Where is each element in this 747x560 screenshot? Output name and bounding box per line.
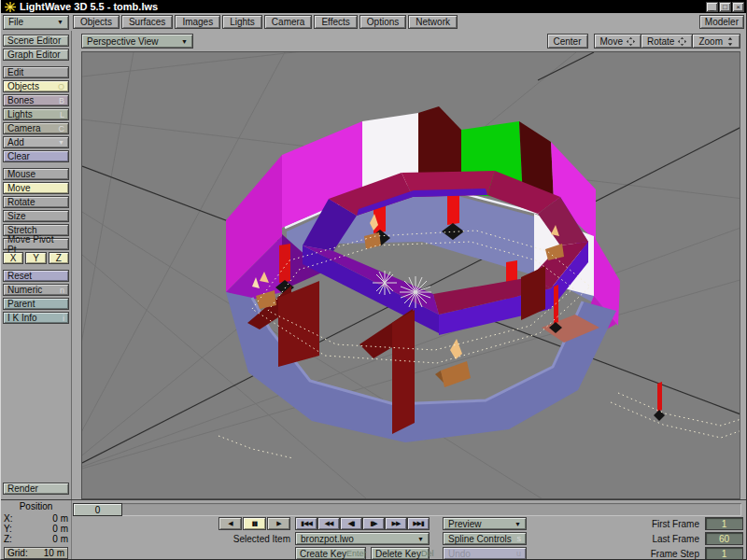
sidebar-item-i-k-info[interactable]: I K Infoi <box>3 312 69 324</box>
sidebar-item-label: Objects <box>7 81 39 91</box>
selected-item-value: bronzpot.lwo <box>301 534 354 544</box>
sidebar-item-bones[interactable]: BonesB <box>3 94 69 106</box>
modeler-button[interactable]: Modeler <box>699 15 744 29</box>
frame-step-field[interactable]: 1 <box>705 547 743 560</box>
sidebar-item-move-pivot-pt[interactable]: Move Pivot Pt <box>3 238 69 250</box>
sidebar-item-graph-editor[interactable]: Graph Editor <box>3 49 69 61</box>
tab-surfaces[interactable]: Surfaces <box>121 15 173 29</box>
first-frame-label: First Frame <box>617 519 699 529</box>
sidebar-item-label: Reset <box>7 271 32 281</box>
selected-item-label: Selected Item <box>216 534 290 544</box>
grid-label: Grid: <box>7 548 28 558</box>
view-selector-dropdown[interactable]: Perspective View ▼ <box>81 34 193 49</box>
last-frame-field[interactable]: 60 <box>705 532 743 545</box>
sidebar-item-rotate[interactable]: Rotate <box>3 196 69 208</box>
sidebar-item-move[interactable]: Move <box>3 182 69 194</box>
tab-objects[interactable]: Objects <box>73 15 120 29</box>
render-button[interactable]: Render <box>3 483 69 495</box>
prev-key-button[interactable]: ◀◀ <box>317 517 340 530</box>
tab-options[interactable]: Options <box>359 15 406 29</box>
sidebar-item-label: Scene Editor <box>7 35 61 46</box>
selected-item-dropdown[interactable]: bronzpot.lwo ▼ <box>295 532 430 545</box>
preview-label: Preview <box>448 519 482 529</box>
bottom-control-bar: Position X:0 m Y:0 m Z:0 m Grid: 10 m 0 … <box>1 499 746 560</box>
axis-x-button[interactable]: X <box>3 252 23 264</box>
sidebar-item-label: Numeric <box>7 285 42 295</box>
tab-effects[interactable]: Effects <box>314 15 357 29</box>
last-frame-label: Last Frame <box>617 534 699 544</box>
sidebar-item-lights[interactable]: LightsL <box>3 108 69 120</box>
next-key-button[interactable]: ▶▶ <box>385 517 407 530</box>
step-forward-button[interactable]: ▮▶ <box>362 517 385 530</box>
play-reverse-button[interactable]: ◀ <box>218 517 242 530</box>
tomb-model <box>218 106 740 458</box>
chevron-down-icon: ▼ <box>57 19 63 25</box>
sidebar-item-label: Camera <box>7 123 41 133</box>
tab-lights[interactable]: Lights <box>222 15 262 29</box>
frame-slider[interactable]: 0 <box>73 503 741 516</box>
sidebar-item-label: Size <box>7 211 25 221</box>
shortcut-key-hint: C <box>59 124 65 133</box>
delete-key-label: Delete Key <box>375 549 421 559</box>
create-key-button[interactable]: Create Key Enter <box>295 547 366 560</box>
axis-constraint-row: XYZ <box>3 252 69 264</box>
delete-key-shortcut: Del <box>421 549 434 558</box>
sidebar-item-reset[interactable]: Reset <box>3 270 69 282</box>
chevron-down-icon: ▼ <box>514 521 521 527</box>
sidebar-item-label: Move <box>7 183 30 193</box>
undo-button[interactable]: Undo u <box>443 547 527 560</box>
rotate-view-button[interactable]: Rotate <box>641 34 693 49</box>
rotate-arrows-icon <box>678 37 686 46</box>
minimize-button[interactable]: _ <box>706 2 718 12</box>
position-panel: Position X:0 m Y:0 m Z:0 m Grid: 10 m <box>1 500 72 560</box>
sidebar-item-mouse[interactable]: Mouse <box>3 168 69 180</box>
sidebar-item-scene-editor[interactable]: Scene Editor <box>3 35 69 47</box>
undo-label: Undo <box>448 549 471 559</box>
tab-network[interactable]: Network <box>408 15 458 29</box>
viewport-header: Perspective View ▼ Center Move Rotate Zo… <box>81 31 740 51</box>
zoom-view-button[interactable]: Zoom <box>693 34 740 49</box>
rotate-view-label: Rotate <box>647 36 674 47</box>
move-view-label: Move <box>600 36 623 47</box>
lightwave-app-icon <box>5 2 16 12</box>
sidebar-item-label: Rotate <box>7 197 35 207</box>
sidebar-item-camera[interactable]: CameraC <box>3 122 69 134</box>
sidebar-item-label: Bones <box>7 95 34 105</box>
step-back-button[interactable]: ◀▮ <box>340 517 362 530</box>
menu-row: File ▼ ObjectsSurfacesImagesLightsCamera… <box>1 13 746 31</box>
frame-step-label: Frame Step <box>617 549 699 559</box>
play-forward-button[interactable]: ▶ <box>267 517 290 530</box>
first-frame-field[interactable]: 1 <box>705 517 743 530</box>
spline-controls-button[interactable]: Spline Controls s <box>443 532 527 545</box>
go-first-frame-button[interactable]: ▮◀◀ <box>295 517 317 530</box>
tab-camera[interactable]: Camera <box>264 15 313 29</box>
move-arrows-icon <box>627 37 635 46</box>
axis-y-button[interactable]: Y <box>25 252 46 264</box>
view-nav-group: Center Move Rotate Zoom <box>547 34 741 49</box>
chevron-down-icon: ▼ <box>417 536 424 542</box>
sidebar-item-clear[interactable]: Clear <box>3 150 69 162</box>
sidebar-item-edit[interactable]: Edit <box>3 66 69 78</box>
center-view-button[interactable]: Center <box>547 34 588 49</box>
tool-sidebar: Scene EditorGraph EditorEditObjectsOBone… <box>1 31 72 499</box>
shortcut-key-hint: O <box>58 82 64 91</box>
sidebar-item-objects[interactable]: ObjectsO <box>3 80 69 92</box>
file-menu-button[interactable]: File ▼ <box>3 15 69 30</box>
position-title: Position <box>4 501 68 511</box>
maximize-button[interactable]: □ <box>719 2 731 12</box>
perspective-viewport-canvas[interactable] <box>81 51 740 499</box>
sidebar-item-numeric[interactable]: Numericn <box>3 284 69 296</box>
sidebar-item-parent[interactable]: Parent <box>3 298 69 310</box>
pause-button[interactable]: ▮▮ <box>243 517 266 530</box>
sidebar-item-size[interactable]: Size <box>3 210 69 222</box>
preview-dropdown[interactable]: Preview ▼ <box>443 517 527 530</box>
create-key-shortcut: Enter <box>346 549 367 558</box>
delete-key-button[interactable]: Delete Key Del <box>371 547 430 560</box>
move-view-button[interactable]: Move <box>594 34 641 49</box>
go-last-frame-button[interactable]: ▶▶▮ <box>407 517 430 530</box>
sidebar-item-add[interactable]: Add▼ <box>3 136 69 148</box>
frame-slider-handle[interactable]: 0 <box>73 503 122 516</box>
close-button[interactable]: × <box>732 2 744 12</box>
tab-images[interactable]: Images <box>175 15 220 29</box>
axis-z-button[interactable]: Z <box>49 252 69 264</box>
